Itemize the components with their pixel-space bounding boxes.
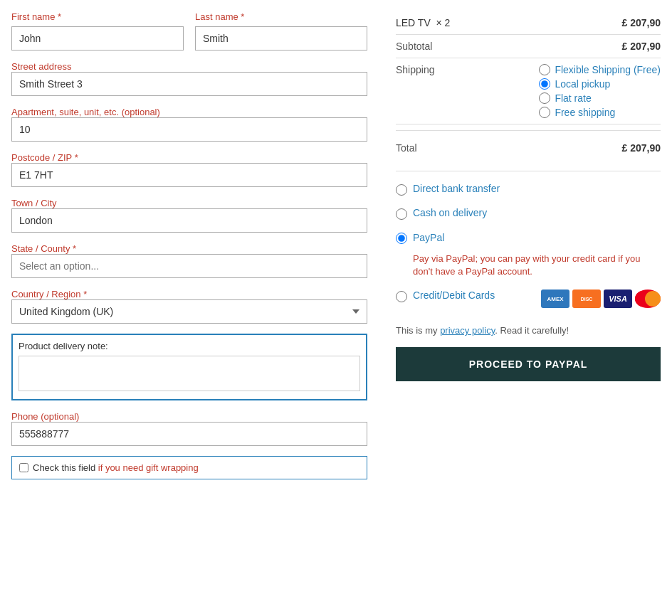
shipping-options: Flexible Shipping (Free) Local pickup Fl… [539, 64, 661, 118]
total-row: Total £ 207,90 [396, 137, 661, 159]
apartment-input[interactable] [11, 117, 367, 142]
town-label: Town / City [11, 198, 57, 208]
gift-wrap-row: Check this field if you need gift wrappi… [11, 456, 367, 479]
product-row: LED TV × 2 £ 207,90 [396, 11, 661, 35]
payment-paypal-option: PayPal Pay via PayPal; you can pay with … [396, 225, 661, 284]
payment-paypal-label: PayPal [413, 232, 444, 243]
shipping-local-radio[interactable] [539, 78, 550, 90]
payment-cod-label: Cash on delivery [413, 207, 487, 218]
payment-bank-label: Direct bank transfer [413, 183, 500, 194]
subtotal-value: £ 207,90 [622, 41, 661, 52]
payment-bank-option: Direct bank transfer [396, 177, 661, 201]
street-address-group: Street address [11, 60, 367, 96]
payment-bank-radio[interactable] [396, 184, 407, 196]
apartment-group: Apartment, suite, unit, etc. (optional) [11, 106, 367, 142]
card-icons: AMEX DISC VISA [541, 290, 661, 308]
shipping-label: Shipping [396, 64, 453, 75]
delivery-note-label: Product delivery note: [19, 341, 360, 351]
discover-icon: DISC [572, 290, 601, 308]
postcode-group: Postcode / ZIP * [11, 152, 367, 187]
total-value: £ 207,90 [622, 142, 661, 154]
payment-divider-top [396, 171, 661, 171]
street-address-input[interactable] [11, 72, 367, 96]
total-label: Total [396, 142, 453, 154]
shipping-free: Free shipping [539, 107, 661, 118]
payment-card-radio[interactable] [396, 291, 407, 302]
country-group: Country / Region * United Kingdom (UK) U… [11, 288, 367, 324]
subtotal-row: Subtotal £ 207,90 [396, 35, 661, 58]
street-address-label: Street address [11, 61, 72, 72]
last-name-label: Last name * [195, 11, 367, 22]
payment-card-label: Credit/Debit Cards [413, 290, 495, 301]
gift-wrap-checkbox[interactable] [19, 463, 28, 472]
town-group: Town / City [11, 197, 367, 233]
delivery-note-box: Product delivery note: [11, 334, 367, 400]
delivery-note-input[interactable] [19, 356, 360, 391]
gift-wrap-label: Check this field if you need gift wrappi… [33, 462, 199, 473]
town-input[interactable] [11, 208, 367, 233]
shipping-flat: Flat rate [539, 92, 661, 104]
state-input[interactable] [11, 254, 367, 278]
country-label: Country / Region * [11, 289, 87, 299]
proceed-button[interactable]: PROCEED TO PAYPAL [396, 347, 661, 381]
payment-section: Direct bank transfer Cash on delivery Pa… [396, 177, 661, 314]
payment-cod-radio[interactable] [396, 208, 407, 220]
first-name-input[interactable] [11, 26, 184, 51]
phone-group: Phone (optional) [11, 410, 367, 446]
state-label: State / County * [11, 243, 76, 254]
privacy-policy-link[interactable]: privacy policy [440, 325, 495, 336]
first-name-label: First name * [11, 11, 184, 22]
first-name-group: First name * [11, 11, 184, 51]
shipping-free-radio[interactable] [539, 107, 550, 118]
shipping-flexible-radio[interactable] [539, 64, 550, 75]
product-name: LED TV × 2 [396, 17, 450, 28]
billing-form: First name * Last name * Street address … [11, 11, 367, 479]
shipping-local: Local pickup [539, 78, 661, 90]
state-group: State / County * [11, 243, 367, 278]
shipping-row: Shipping Flexible Shipping (Free) Local … [396, 58, 661, 124]
last-name-group: Last name * [195, 11, 367, 51]
privacy-text: This is my privacy policy. Read it caref… [396, 325, 661, 336]
country-select[interactable]: United Kingdom (UK) United States German… [11, 299, 367, 324]
last-name-input[interactable] [195, 26, 367, 51]
payment-cod-option: Cash on delivery [396, 201, 661, 225]
summary-divider [396, 130, 661, 131]
mastercard-icon [635, 290, 661, 308]
paypal-description: Pay via PayPal; you can pay with your cr… [413, 253, 661, 278]
payment-card-option: Credit/Debit Cards AMEX DISC VISA [396, 284, 661, 314]
visa-icon: VISA [604, 290, 632, 308]
subtotal-label: Subtotal [396, 41, 453, 52]
payment-paypal-radio[interactable] [396, 233, 407, 244]
order-summary: LED TV × 2 £ 207,90 Subtotal £ 207,90 Sh… [396, 11, 661, 159]
postcode-input[interactable] [11, 163, 367, 187]
name-row: First name * Last name * [11, 11, 367, 51]
shipping-flat-radio[interactable] [539, 92, 550, 104]
shipping-flexible: Flexible Shipping (Free) [539, 64, 661, 75]
apartment-label: Apartment, suite, unit, etc. (optional) [11, 107, 160, 117]
phone-label: Phone (optional) [11, 411, 79, 422]
product-price: £ 207,90 [622, 17, 661, 28]
gift-wrap-highlight: if you need gift wrapping [98, 462, 199, 473]
order-summary-panel: LED TV × 2 £ 207,90 Subtotal £ 207,90 Sh… [396, 11, 661, 479]
phone-input[interactable] [11, 422, 367, 446]
postcode-label: Postcode / ZIP * [11, 152, 78, 163]
amex-icon: AMEX [541, 290, 569, 308]
